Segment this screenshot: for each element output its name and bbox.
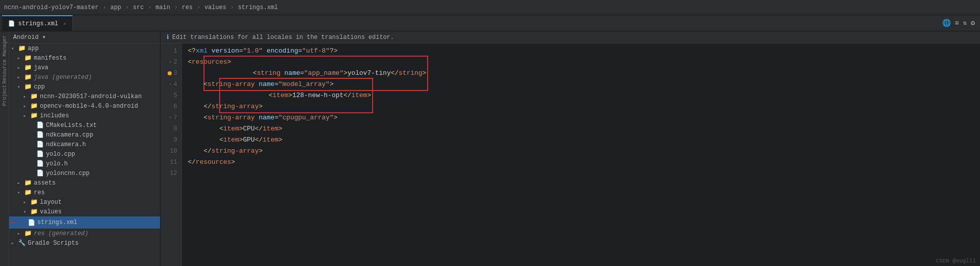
tree-arrow-values[interactable] <box>23 209 29 215</box>
breadcrumb-app[interactable]: app <box>110 4 121 11</box>
tree-arrow-opencv[interactable] <box>23 103 29 109</box>
ncnn-icon: 📁 <box>30 93 38 100</box>
tree-label-yoloncnn: yoloncnn.cpp <box>46 170 89 177</box>
split-icon[interactable]: ⇅ <box>963 19 966 27</box>
tree-item-yolo-h[interactable]: 📄 yolo.h <box>9 159 160 168</box>
breadcrumb-file[interactable]: strings.xml <box>238 4 278 11</box>
assets-icon: 📁 <box>24 179 32 187</box>
includes-icon: 📁 <box>30 112 38 119</box>
list-icon[interactable]: ≡ <box>955 19 959 27</box>
ndkcamera-h-icon: 📄 <box>36 141 44 148</box>
tree-label-yolo-h: yolo.h <box>46 160 68 167</box>
tree-label-gradle: Gradle Scripts <box>28 240 79 247</box>
notification-icon: ℹ <box>167 33 169 41</box>
tree-arrow-ncnn[interactable] <box>23 94 29 100</box>
tab-close-button[interactable]: ✕ <box>63 21 66 27</box>
gradle-icon: 🔧 <box>18 239 26 247</box>
tree-item-cpp[interactable]: 📁 cpp <box>9 82 160 92</box>
gutter-10: 10 <box>161 146 177 157</box>
breadcrumb-values[interactable]: values <box>204 4 226 11</box>
editor-notification: ℹ Edit translations for all locales in t… <box>161 31 980 43</box>
tree-item-res[interactable]: 📁 res <box>9 188 160 197</box>
gutter-9: 9 <box>161 135 177 146</box>
android-dropdown[interactable]: Android ▾ <box>13 33 46 41</box>
tree-item-ncnn[interactable]: 📁 ncnn-20230517-android-vulkan <box>9 92 160 101</box>
tree-arrow-layout[interactable] <box>23 199 29 205</box>
tab-bar: 📄 strings.xml ✕ 🌐 ≡ ⇅ ⚙ <box>0 15 980 31</box>
tree-arrow-gradle[interactable] <box>11 240 17 246</box>
code-line-10: </string-array> <box>188 146 980 157</box>
tree-item-layout[interactable]: 📁 layout <box>9 197 160 207</box>
code-content[interactable]: <?xml version="1.0" encoding="utf-8"?> <… <box>182 43 980 266</box>
yolo-cpp-icon: 📄 <box>36 150 44 158</box>
code-line-12 <box>188 168 980 179</box>
breadcrumb-src[interactable]: src <box>133 4 144 11</box>
resource-manager-label[interactable]: Resource Manager <box>2 35 7 83</box>
strings-xml-icon: 📄 <box>28 219 35 227</box>
tree-item-values[interactable]: 📁 values <box>9 207 160 216</box>
tree-label-cmakelists: CMakeLists.txt <box>46 122 97 129</box>
values-icon: 📁 <box>30 208 38 215</box>
tree-arrow-java[interactable] <box>17 65 23 71</box>
tree-item-includes[interactable]: 📁 includes <box>9 111 160 120</box>
tree-arrow-app[interactable] <box>11 46 17 52</box>
tree-item-yoloncnn[interactable]: 📄 yoloncnn.cpp <box>9 168 160 178</box>
tree-arrow-includes[interactable] <box>23 113 29 119</box>
gutter-2: ▾2 <box>161 57 177 68</box>
tree-arrow-java-gen[interactable] <box>17 74 23 80</box>
tree-label-java-gen: java (generated) <box>34 74 92 81</box>
tree-item-strings-xml[interactable]: ← 📄 strings.xml <box>9 216 160 229</box>
tree-item-ndkcamera-cpp[interactable]: 📄 ndkcamera.cpp <box>9 130 160 140</box>
line-numbers: 1 ▾2 3 ▾4 5 6 ▾7 8 9 10 11 12 <box>161 43 182 266</box>
cmake-icon: 📄 <box>36 121 44 129</box>
java-icon: 📁 <box>24 64 32 71</box>
gutter-7: ▾7 <box>161 112 177 123</box>
tree-arrow-res[interactable] <box>17 190 23 196</box>
tree-arrow-manifests[interactable] <box>17 55 23 61</box>
tree-item-res-generated[interactable]: 📁 res (generated) <box>9 229 160 238</box>
project-label[interactable]: Project <box>2 84 7 106</box>
code-line-6: </string-array> <box>188 101 980 112</box>
tree-item-app[interactable]: 📁 app <box>9 43 160 53</box>
tree-label-opencv: opencv-mobile-4.6.0-android <box>40 103 138 110</box>
tree-arrow-cpp[interactable] <box>17 84 23 90</box>
tree-arrow-assets[interactable] <box>17 180 23 186</box>
cpp-icon: 📁 <box>24 83 32 91</box>
code-line-9: <item>GPU</item> <box>188 135 980 146</box>
settings-icon[interactable]: ⚙ <box>971 19 975 27</box>
gutter-6: 6 <box>161 101 177 112</box>
code-editor[interactable]: 1 ▾2 3 ▾4 5 6 ▾7 8 9 10 11 12 <?xml vers… <box>161 43 980 266</box>
res-gen-icon: 📁 <box>24 230 32 237</box>
tree-item-java-generated[interactable]: 📁 java (generated) <box>9 72 160 82</box>
code-line-11: </resources> <box>188 157 980 168</box>
breadcrumb-main[interactable]: main <box>156 4 170 11</box>
code-line-5: <item>128-new-h-opt</item> <box>188 90 980 101</box>
tree-item-cmakelists[interactable]: 📄 CMakeLists.txt <box>9 120 160 130</box>
layout-icon: 📁 <box>30 198 38 206</box>
xml-tab-icon: 📄 <box>8 20 15 27</box>
breakpoint-3[interactable] <box>168 71 172 75</box>
globe-icon[interactable]: 🌐 <box>942 19 951 27</box>
tree-item-yolo-cpp[interactable]: 📄 yolo.cpp <box>9 149 160 159</box>
tree-arrow-res-gen[interactable] <box>17 231 23 237</box>
tree-item-java[interactable]: 📁 java <box>9 63 160 72</box>
tree-label-manifests: manifests <box>34 55 67 62</box>
ndkcamera-cpp-icon: 📄 <box>36 131 44 139</box>
tree-label-res: res <box>34 189 45 196</box>
code-line-7: <string-array name="cpugpu_array"> <box>188 112 980 123</box>
editor-area: ℹ Edit translations for all locales in t… <box>161 31 980 266</box>
tab-strings-xml[interactable]: 📄 strings.xml ✕ <box>2 15 73 31</box>
tree-label-includes: includes <box>40 112 69 119</box>
tab-label: strings.xml <box>18 20 58 27</box>
breadcrumb-project[interactable]: ncnn-android-yolov7-master <box>4 4 98 11</box>
tree-item-manifests[interactable]: 📁 manifests <box>9 53 160 63</box>
tree-item-opencv[interactable]: 📁 opencv-mobile-4.6.0-android <box>9 101 160 111</box>
tree-item-ndkcamera-h[interactable]: 📄 ndkcamera.h <box>9 140 160 149</box>
breadcrumb-res[interactable]: res <box>182 4 193 11</box>
gutter-3: 3 <box>161 68 177 79</box>
gutter-11: 11 <box>161 157 177 168</box>
tree-item-gradle[interactable]: 🔧 Gradle Scripts <box>9 238 160 248</box>
tree-item-assets[interactable]: 📁 assets <box>9 178 160 188</box>
notification-text: Edit translations for all locales in the… <box>172 34 394 41</box>
watermark: CSDN @euglll <box>936 258 976 264</box>
